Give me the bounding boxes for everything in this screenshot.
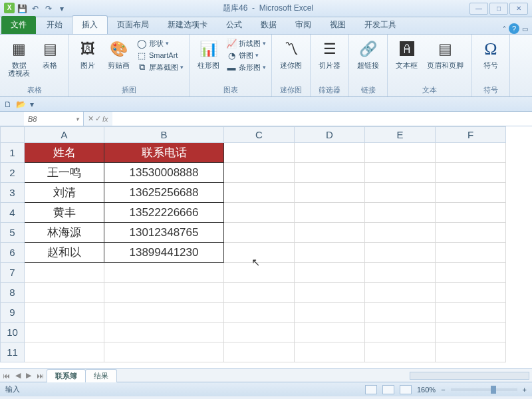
row-header-9[interactable]: 9 xyxy=(1,303,25,323)
cancel-icon[interactable]: ✕ xyxy=(88,114,94,123)
cell-F3[interactable] xyxy=(436,183,506,203)
cell-D8[interactable] xyxy=(295,283,365,303)
cell-A1[interactable]: 姓名 xyxy=(25,143,104,163)
qat-customize-icon[interactable]: ▾ xyxy=(56,3,68,15)
fx-icon[interactable]: fx xyxy=(102,115,108,123)
cell-A7[interactable] xyxy=(25,263,104,283)
screenshot-button[interactable]: ⧉屏幕截图▾ xyxy=(136,61,184,73)
cell-B9[interactable] xyxy=(104,303,224,323)
col-header-F[interactable]: F xyxy=(436,127,506,143)
row-header-1[interactable]: 1 xyxy=(1,143,25,163)
cell-B6[interactable]: 13899441230 xyxy=(104,243,224,263)
cell-D4[interactable] xyxy=(295,203,365,223)
cell-E5[interactable] xyxy=(365,223,436,243)
formula-input[interactable] xyxy=(112,112,532,126)
cell-D6[interactable] xyxy=(295,243,365,263)
cell-B10[interactable] xyxy=(104,323,224,342)
tab-data[interactable]: 数据 xyxy=(251,16,286,34)
cell-D2[interactable] xyxy=(295,163,365,183)
cell-A11[interactable] xyxy=(25,342,104,362)
cell-A4[interactable]: 黄丰 xyxy=(25,203,104,223)
cell-C7[interactable] xyxy=(224,263,295,283)
tab-newtab[interactable]: 新建选项卡 xyxy=(158,16,217,34)
cell-F7[interactable] xyxy=(436,263,506,283)
col-header-D[interactable]: D xyxy=(295,127,365,143)
qat-new-icon[interactable]: 🗋 xyxy=(4,100,12,109)
qat-save-icon[interactable]: 💾 xyxy=(16,3,28,15)
cell-A8[interactable] xyxy=(25,283,104,303)
pivot-table-button[interactable]: ▦ 数据 透视表 xyxy=(5,37,33,78)
close-button[interactable]: ✕ xyxy=(509,3,528,15)
worksheet-grid[interactable]: ABCDEF1姓名联系电话2王一鸣135300088883刘清136252566… xyxy=(0,126,532,368)
cell-C2[interactable] xyxy=(224,163,295,183)
textbox-button[interactable]: 🅰 文本框 xyxy=(393,37,420,70)
shapes-button[interactable]: ◯形状▾ xyxy=(136,37,184,49)
row-header-10[interactable]: 10 xyxy=(1,323,25,342)
tab-nav-last-icon[interactable]: ⏭ xyxy=(34,372,47,380)
cell-E1[interactable] xyxy=(365,143,436,163)
cell-D9[interactable] xyxy=(295,303,365,323)
tab-pagelayout[interactable]: 页面布局 xyxy=(108,16,158,34)
col-header-A[interactable]: A xyxy=(25,127,104,143)
row-header-11[interactable]: 11 xyxy=(1,342,25,362)
cell-C9[interactable] xyxy=(224,303,295,323)
column-chart-button[interactable]: 📊 柱形图 xyxy=(195,37,222,70)
tab-insert[interactable]: 插入 xyxy=(72,15,108,34)
cell-F11[interactable] xyxy=(436,342,506,362)
tab-formulas[interactable]: 公式 xyxy=(217,16,251,34)
row-header-7[interactable]: 7 xyxy=(1,263,25,283)
cell-B2[interactable]: 13530008888 xyxy=(104,163,224,183)
cell-D5[interactable] xyxy=(295,223,365,243)
qat-open-icon[interactable]: 📂 xyxy=(16,100,26,109)
enter-icon[interactable]: ✓ xyxy=(95,114,101,123)
cell-F1[interactable] xyxy=(436,143,506,163)
qat-more-icon[interactable]: ▾ xyxy=(30,100,34,109)
select-all-corner[interactable] xyxy=(1,127,25,143)
sparkline-button[interactable]: 〽 迷你图 xyxy=(277,37,305,70)
pie-chart-button[interactable]: ◔饼图▾ xyxy=(226,49,266,61)
horizontal-scrollbar[interactable] xyxy=(410,372,529,380)
cell-B1[interactable]: 联系电话 xyxy=(104,143,224,163)
tab-home[interactable]: 开始 xyxy=(37,16,72,34)
clipart-button[interactable]: 🎨 剪贴画 xyxy=(105,37,132,70)
cell-C5[interactable] xyxy=(224,223,295,243)
cell-A2[interactable]: 王一鸣 xyxy=(25,163,104,183)
tab-dev[interactable]: 开发工具 xyxy=(355,16,406,34)
cell-F8[interactable] xyxy=(436,283,506,303)
cell-F10[interactable] xyxy=(436,323,506,342)
zoom-out-icon[interactable]: − xyxy=(441,386,445,394)
cell-E3[interactable] xyxy=(365,183,436,203)
cell-F2[interactable] xyxy=(436,163,506,183)
cell-E7[interactable] xyxy=(365,263,436,283)
cell-D1[interactable] xyxy=(295,143,365,163)
name-box-dropdown-icon[interactable]: ▾ xyxy=(76,116,79,122)
cell-E6[interactable] xyxy=(365,243,436,263)
cell-E8[interactable] xyxy=(365,283,436,303)
cell-E9[interactable] xyxy=(365,303,436,323)
cell-C4[interactable] xyxy=(224,203,295,223)
cell-D3[interactable] xyxy=(295,183,365,203)
cell-C11[interactable] xyxy=(224,342,295,362)
row-header-5[interactable]: 5 xyxy=(1,223,25,243)
slicer-button[interactable]: ☰ 切片器 xyxy=(316,37,343,70)
row-header-2[interactable]: 2 xyxy=(1,163,25,183)
cell-B4[interactable]: 13522226666 xyxy=(104,203,224,223)
bar-chart-button[interactable]: ▬条形图▾ xyxy=(226,61,266,73)
tab-nav-next-icon[interactable]: ▶ xyxy=(23,371,34,380)
cell-E10[interactable] xyxy=(365,323,436,342)
cell-B3[interactable]: 13625256688 xyxy=(104,183,224,203)
cell-C1[interactable] xyxy=(224,143,295,163)
tab-file[interactable]: 文件 xyxy=(1,16,36,34)
tab-nav-first-icon[interactable]: ⏮ xyxy=(0,372,13,380)
cell-C8[interactable] xyxy=(224,283,295,303)
cell-B8[interactable] xyxy=(104,283,224,303)
help-icon[interactable]: ? xyxy=(509,23,519,34)
cell-B11[interactable] xyxy=(104,342,224,362)
tab-nav-prev-icon[interactable]: ◀ xyxy=(13,371,23,380)
view-pagelayout-button[interactable] xyxy=(382,385,394,394)
cell-C10[interactable] xyxy=(224,323,295,342)
row-header-3[interactable]: 3 xyxy=(1,183,25,203)
minimize-button[interactable]: — xyxy=(469,3,488,15)
zoom-slider[interactable] xyxy=(451,388,517,391)
cell-E4[interactable] xyxy=(365,203,436,223)
